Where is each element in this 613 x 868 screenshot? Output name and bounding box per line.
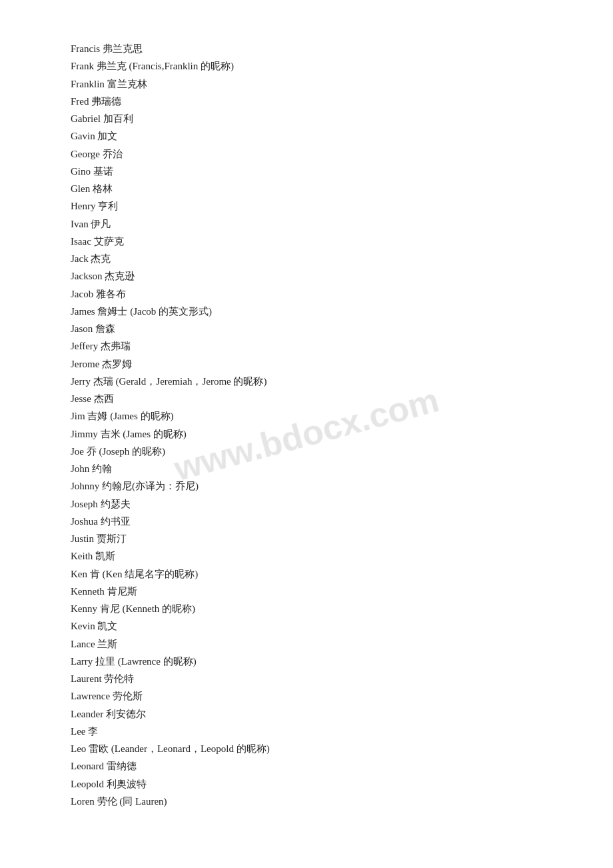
list-item: Glen 格林	[71, 180, 542, 197]
list-item: Jack 杰克	[71, 250, 542, 267]
list-item: Jim 吉姆 (James 的昵称)	[71, 407, 542, 425]
list-item: Joseph 约瑟夫	[71, 495, 542, 513]
list-item: Fred 弗瑞德	[71, 93, 542, 110]
list-item: Jacob 雅各布	[71, 285, 542, 303]
list-item: Leonard 雷纳德	[71, 757, 542, 775]
list-item: Franklin 富兰克林	[71, 75, 542, 93]
list-item: Jerry 杰瑞 (Gerald，Jeremiah，Jerome 的昵称)	[71, 373, 542, 390]
list-item: Henry 亨利	[71, 197, 542, 215]
list-item: Jackson 杰克逊	[71, 267, 542, 285]
list-item: Kevin 凯文	[71, 617, 542, 635]
list-item: Isaac 艾萨克	[71, 233, 542, 250]
list-item: Loren 劳伦 (同 Lauren)	[71, 793, 542, 810]
list-item: James 詹姆士 (Jacob 的英文形式)	[71, 303, 542, 320]
list-item: Kenneth 肯尼斯	[71, 583, 542, 600]
list-item: Jeffery 杰弗瑞	[71, 337, 542, 355]
list-item: Gavin 加文	[71, 127, 542, 145]
list-item: Francis 弗兰克思	[71, 40, 542, 57]
list-item: John 约翰	[71, 460, 542, 477]
list-item: Leo 雷欧 (Leander，Leonard，Leopold 的昵称)	[71, 740, 542, 757]
list-item: Gabriel 加百利	[71, 110, 542, 127]
list-item: Larry 拉里 (Lawrence 的昵称)	[71, 653, 542, 670]
list-item: Leander 利安德尔	[71, 705, 542, 723]
list-item: Justin 贾斯汀	[71, 530, 542, 547]
list-item: Lawrence 劳伦斯	[71, 687, 542, 705]
list-item: George 乔治	[71, 145, 542, 163]
list-item: Johnny 约翰尼(亦译为：乔尼)	[71, 477, 542, 495]
list-item: Jesse 杰西	[71, 390, 542, 407]
list-item: Ivan 伊凡	[71, 215, 542, 233]
list-item: Joshua 约书亚	[71, 513, 542, 530]
list-item: Jimmy 吉米 (James 的昵称)	[71, 425, 542, 443]
list-item: Frank 弗兰克 (Francis,Franklin 的昵称)	[71, 57, 542, 75]
page-content: Francis 弗兰克思Frank 弗兰克 (Francis,Franklin …	[0, 0, 613, 850]
list-item: Joe 乔 (Joseph 的昵称)	[71, 443, 542, 460]
list-item: Lance 兰斯	[71, 635, 542, 653]
list-item: Jason 詹森	[71, 320, 542, 337]
list-item: Lee 李	[71, 723, 542, 740]
list-item: Leopold 利奥波特	[71, 775, 542, 793]
list-item: Kenny 肯尼 (Kenneth 的昵称)	[71, 600, 542, 617]
list-item: Jerome 杰罗姆	[71, 355, 542, 373]
list-item: Gino 基诺	[71, 163, 542, 180]
list-item: Laurent 劳伦特	[71, 670, 542, 687]
list-item: Ken 肯 (Ken 结尾名字的昵称)	[71, 565, 542, 583]
list-item: Keith 凯斯	[71, 547, 542, 565]
